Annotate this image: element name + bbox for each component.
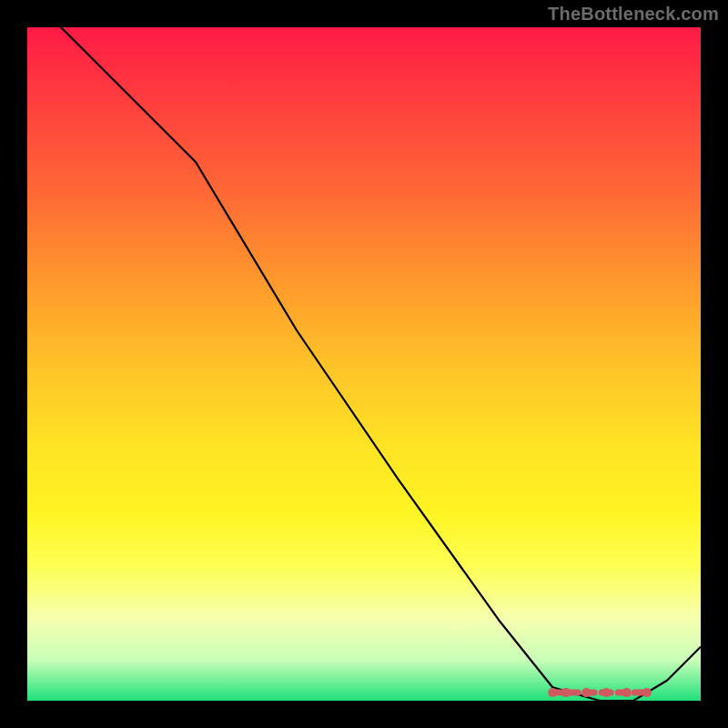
watermark-text: TheBottleneck.com bbox=[548, 4, 719, 25]
chart-container: TheBottleneck.com bbox=[0, 0, 728, 728]
chart-plot-area bbox=[27, 27, 701, 701]
